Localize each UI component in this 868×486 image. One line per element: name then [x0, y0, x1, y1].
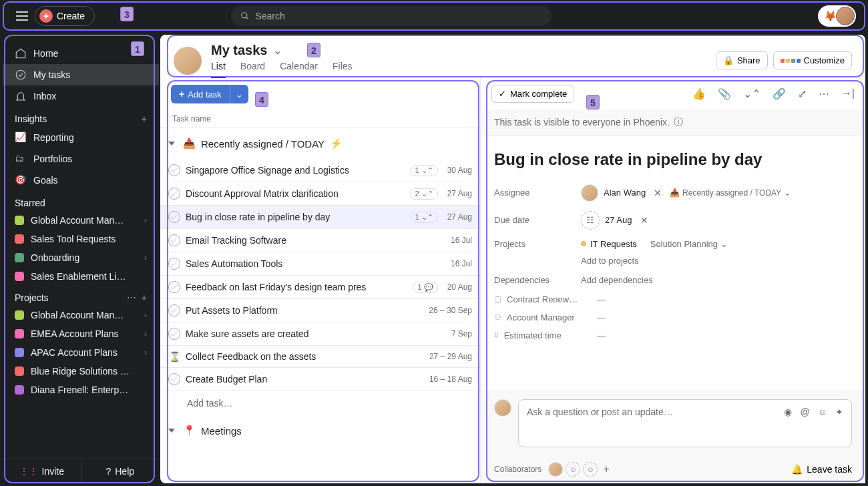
share-button[interactable]: 🔒 Share [716, 51, 768, 69]
tab-files[interactable]: Files [333, 61, 353, 78]
tab-calendar[interactable]: Calendar [280, 61, 318, 78]
star-icon[interactable]: ✦ [835, 407, 843, 417]
add-collaborator-slot-2[interactable]: ☺ [583, 462, 598, 477]
task-date: 16 – 18 Aug [425, 375, 472, 384]
tab-board[interactable]: Board [240, 61, 265, 78]
complete-checkbox[interactable] [168, 373, 180, 385]
section-title: Meetings [201, 425, 242, 437]
sidebar-project-item[interactable]: Sales Tool Requests [3, 230, 159, 248]
task-row[interactable]: Singapore Office Signage and Logistics1 … [160, 159, 480, 182]
sidebar-project-item[interactable]: Blue Ridge Solutions - A… [3, 362, 159, 381]
complete-checkbox[interactable] [168, 188, 180, 200]
task-row[interactable]: Discount Approval Matrix clarification2 … [160, 182, 480, 206]
calendar-icon[interactable]: ☷ [581, 211, 600, 230]
like-icon[interactable]: 👍 [692, 87, 706, 100]
projects-section-header[interactable]: Projects ⋯ + [3, 286, 159, 306]
mark-complete-button[interactable]: ✓ Mark complete [491, 85, 574, 103]
sidebar-item-portfolios[interactable]: 🗂Portfolios [3, 148, 159, 170]
subtask-icon[interactable]: ⌄⌃ [743, 87, 761, 100]
complete-checkbox[interactable] [168, 328, 180, 340]
add-task-dropdown[interactable]: ⌄ [230, 85, 248, 103]
user-menu[interactable]: 🦊 [818, 5, 856, 27]
search-input[interactable]: Search [231, 6, 552, 26]
comment-input[interactable]: Ask a question or post an update… ◉ @ ☺ … [518, 399, 852, 447]
remove-assignee-icon[interactable]: ✕ [651, 186, 664, 200]
record-icon[interactable]: ◉ [784, 407, 792, 417]
assignee-name[interactable]: Alan Wang [604, 188, 646, 198]
tab-list[interactable]: List [211, 61, 226, 78]
sidebar-project-item[interactable]: APAC Account Plans› [3, 343, 159, 362]
sidebar-item-my-tasks[interactable]: My tasks [3, 64, 159, 85]
sidebar-project-item[interactable]: Sales Enablement Library [3, 267, 159, 286]
sidebar-project-item[interactable]: Onboarding› [3, 248, 159, 267]
custom-field-row[interactable]: ⚇Account Manager— [494, 312, 852, 322]
share-label: Share [737, 55, 761, 65]
insights-section-header[interactable]: Insights + [3, 107, 159, 127]
remove-due-date-icon[interactable]: ✕ [638, 214, 651, 227]
detail-title[interactable]: Bug in close rate in pipeline by day [494, 148, 852, 175]
complete-checkbox[interactable] [168, 234, 180, 246]
insights-add-icon[interactable]: + [142, 113, 147, 124]
complete-checkbox[interactable] [168, 281, 180, 293]
complete-checkbox[interactable] [168, 258, 180, 270]
add-collaborator-slot-1[interactable]: ☺ [566, 462, 580, 477]
mention-icon[interactable]: @ [800, 407, 809, 417]
sidebar-item-reporting[interactable]: 📈Reporting [3, 127, 159, 148]
add-collaborator-button[interactable]: + [600, 463, 612, 475]
task-row[interactable]: Create Budget Plan16 – 18 Aug [160, 368, 480, 391]
more-icon[interactable]: ⋯ [819, 87, 829, 100]
add-task-button[interactable]: + Add task [171, 85, 230, 103]
sidebar-item-goals[interactable]: 🎯Goals [3, 170, 159, 191]
sidebar-project-item[interactable]: EMEA Account Plans› [3, 324, 159, 343]
assignee-section-chip[interactable]: 📥 Recently assigned / TODAY ⌄ [670, 188, 791, 198]
task-name: Singapore Office Signage and Logistics [186, 165, 405, 176]
add-to-projects-button[interactable]: Add to projects [581, 256, 639, 266]
task-row[interactable]: ⌛Collect Feedback on the assets27 – 29 A… [160, 346, 480, 368]
hamburger-icon[interactable] [12, 8, 28, 24]
sidebar-item-label: My tasks [33, 69, 70, 80]
task-row[interactable]: Sales Automation Tools16 Jul [160, 252, 480, 276]
info-icon[interactable]: ⓘ [674, 116, 683, 128]
projects-more-icon[interactable]: ⋯ [127, 292, 136, 303]
add-dependencies-button[interactable]: Add dependencies [581, 275, 653, 285]
task-row[interactable]: Feedback on last Friday's design team pr… [160, 276, 480, 299]
collaborator-avatar[interactable] [548, 462, 563, 477]
projects-add-icon[interactable]: + [142, 292, 147, 303]
starred-section-header[interactable]: Starred [3, 191, 159, 211]
complete-checkbox[interactable] [168, 304, 180, 316]
leave-task-button[interactable]: 🔔 Leave task [791, 464, 852, 475]
emoji-icon[interactable]: ☺ [818, 407, 827, 417]
task-section-header[interactable]: 📍Meetings [160, 415, 480, 446]
fullscreen-icon[interactable]: ⤢ [798, 87, 807, 100]
region-badge-4: 4 [255, 92, 268, 107]
project-color-swatch [15, 216, 24, 225]
help-button[interactable]: ? Help [81, 459, 160, 483]
complete-checkbox[interactable] [168, 211, 180, 223]
task-row[interactable]: Make sure assets are created7 Sep [160, 322, 480, 346]
sidebar-item-label: Portfolios [33, 154, 72, 164]
sidebar-item-inbox[interactable]: Inbox [3, 85, 159, 107]
task-row[interactable]: Put Assets to Platform26 – 30 Sep [160, 299, 480, 322]
title-chevron-icon[interactable]: ⌄ [273, 44, 282, 57]
project-chip-2[interactable]: Solution Planning⌄ [650, 239, 728, 249]
custom-field-row[interactable]: ▢Contract Renew…— [494, 294, 852, 304]
invite-button[interactable]: ⋮⋮ Invite [3, 459, 81, 483]
task-row[interactable]: Email Tracking Software16 Jul [160, 229, 480, 252]
close-panel-icon[interactable]: →| [841, 87, 855, 100]
sidebar-project-item[interactable]: Global Account Man…› [3, 306, 159, 324]
task-section-header[interactable]: 📥Recently assigned / TODAY⚡ [160, 128, 480, 159]
customize-button[interactable]: Customize [773, 51, 852, 69]
custom-field-row[interactable]: #Estimated time— [494, 330, 852, 340]
add-task-inline[interactable]: Add task… [160, 391, 480, 415]
complete-checkbox[interactable] [168, 164, 180, 176]
task-row[interactable]: Bug in close rate in pipeline by day1 ⌄⌃… [160, 206, 480, 229]
leave-task-label: Leave task [807, 464, 852, 475]
create-button[interactable]: + Create [35, 6, 95, 26]
link-icon[interactable]: 🔗 [773, 87, 786, 100]
attachment-icon[interactable]: 📎 [718, 87, 731, 100]
due-date-value[interactable]: 27 Aug [605, 215, 632, 225]
sidebar-project-item[interactable]: Diana Frenell: Enterprise… [3, 381, 159, 399]
sidebar-project-item[interactable]: Global Account Man…› [3, 211, 159, 230]
project-chip-1[interactable]: IT Requests [581, 239, 637, 249]
chevron-right-icon: › [144, 216, 147, 225]
